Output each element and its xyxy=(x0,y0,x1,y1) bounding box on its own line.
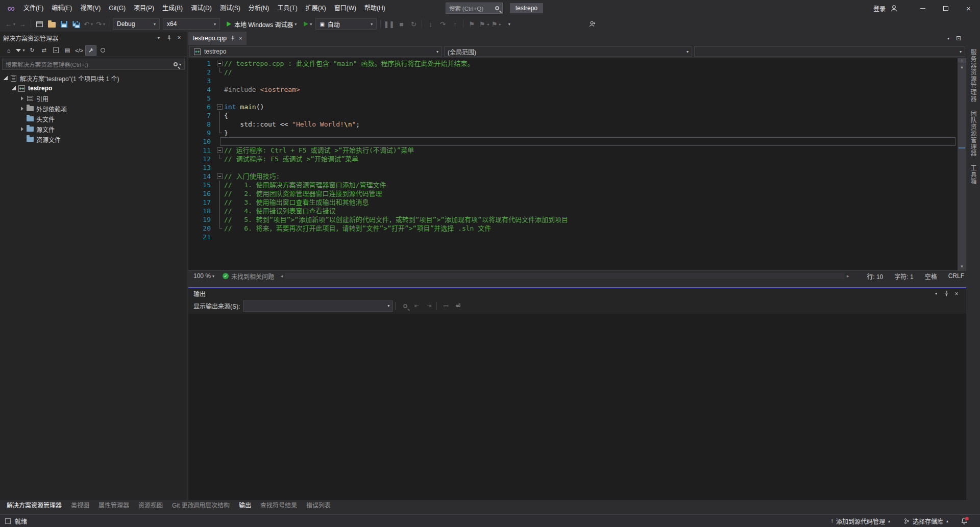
tree-expander-icon[interactable] xyxy=(18,107,26,111)
horizontal-scrollbar[interactable]: ◄ ► xyxy=(278,273,851,279)
add-to-source-control-button[interactable]: ↑ 添加到源代码管理 ▴ xyxy=(830,517,890,525)
bookmark-toggle-icon[interactable]: ⚑ xyxy=(466,18,477,30)
scrollbar-track[interactable] xyxy=(958,70,966,263)
horizontal-splitter[interactable] xyxy=(188,282,966,287)
menu-item-9[interactable]: 分析(N) xyxy=(244,0,274,16)
fold-margin[interactable] xyxy=(215,59,224,68)
collapse-region-icon[interactable] xyxy=(217,173,223,179)
menu-item-10[interactable]: 工具(T) xyxy=(273,0,301,16)
eol-indicator[interactable]: CRLF xyxy=(948,272,964,280)
fold-margin[interactable] xyxy=(215,146,224,155)
home-icon[interactable]: ⌂ xyxy=(3,45,14,56)
bottom-dock-tab-3[interactable]: 查找符号结果 xyxy=(256,500,302,511)
filter-icon[interactable]: ▾ xyxy=(15,45,26,56)
watch-mode-dropdown[interactable]: ▣ 自动▾ xyxy=(315,18,377,30)
clear-all-icon[interactable]: ▭ xyxy=(440,301,451,311)
notifications-button[interactable] xyxy=(961,517,968,524)
collapse-region-icon[interactable] xyxy=(217,147,223,153)
bottom-dock-tab-2[interactable]: 输出 xyxy=(234,500,256,511)
window-position-icon[interactable]: ▾ xyxy=(932,289,941,298)
output-source-dropdown[interactable]: ▾ xyxy=(243,300,393,312)
view-code-icon[interactable]: </> xyxy=(74,45,85,56)
show-all-files-icon[interactable]: ▤ xyxy=(62,45,73,56)
open-file-icon[interactable] xyxy=(46,18,57,30)
close-panel-icon[interactable]: × xyxy=(952,289,961,298)
scroll-down-icon[interactable]: ▼ xyxy=(958,263,966,270)
menu-item-6[interactable]: 生成(B) xyxy=(158,0,187,16)
word-wrap-icon[interactable]: ⏎ xyxy=(452,301,463,311)
background-tasks-icon[interactable] xyxy=(5,518,11,524)
quick-search-box[interactable]: 搜索 (Ctrl+Q) xyxy=(446,3,503,14)
horizontal-scrollbar-track[interactable] xyxy=(285,273,844,279)
step-into-icon[interactable]: ↓ xyxy=(425,18,436,30)
autohide-tab-3[interactable]: 工具箱 xyxy=(969,165,977,185)
start-without-debugging-icon[interactable]: ▾ xyxy=(302,18,313,30)
live-share-icon[interactable] xyxy=(586,18,598,30)
menu-item-11[interactable]: 扩展(X) xyxy=(302,0,330,16)
pin-icon[interactable] xyxy=(942,289,951,298)
scroll-left-icon[interactable]: ◄ xyxy=(278,274,285,279)
menu-item-2[interactable]: 编辑(E) xyxy=(47,0,76,16)
tree-item-1[interactable]: 解决方案"testrepo"(1 个项目/共 1 个) xyxy=(0,73,187,83)
tree-expander-icon[interactable] xyxy=(10,86,17,90)
menu-item-4[interactable]: Git(G) xyxy=(105,0,130,16)
zoom-dropdown[interactable]: 100 %▾ xyxy=(190,272,217,280)
refresh-icon[interactable]: ↻ xyxy=(27,45,38,56)
find-message-icon[interactable] xyxy=(399,301,410,311)
menu-item-7[interactable]: 调试(D) xyxy=(187,0,216,16)
left-dock-tab-4[interactable]: 资源视图 xyxy=(134,500,167,511)
document-health-indicator[interactable]: ✓ 未找到相关问题 xyxy=(223,272,274,281)
sign-in-button[interactable]: 登录 xyxy=(873,4,886,13)
menu-item-12[interactable]: 窗口(W) xyxy=(330,0,360,16)
left-dock-tab-1[interactable]: 解决方案资源管理器 xyxy=(2,500,66,511)
bottom-dock-tab-4[interactable]: 错误列表 xyxy=(302,500,335,511)
properties-wrench-icon[interactable] xyxy=(85,45,96,56)
member-scope-dropdown[interactable]: ▾ xyxy=(694,46,965,57)
column-indicator[interactable]: 字符: 1 xyxy=(894,272,913,281)
close-button[interactable]: × xyxy=(957,0,980,16)
close-panel-icon[interactable]: × xyxy=(175,33,184,42)
tree-expander-icon[interactable] xyxy=(2,76,9,80)
tree-expander-icon[interactable] xyxy=(18,127,26,131)
solution-name-chip[interactable]: testrepo xyxy=(510,3,543,13)
toolbar-overflow-icon[interactable]: ▾ xyxy=(503,18,514,30)
preview-selected-items-icon[interactable] xyxy=(97,45,108,56)
project-scope-dropdown[interactable]: ++ testrepo ▾ xyxy=(189,46,442,57)
scroll-up-icon[interactable]: ▲ xyxy=(958,63,966,70)
select-repository-button[interactable]: 选择存储库 ▴ xyxy=(903,517,948,525)
solution-configuration-dropdown[interactable]: Debug▾ xyxy=(113,18,160,30)
collapse-region-icon[interactable] xyxy=(217,61,223,66)
autohide-tab-1[interactable]: 服务器资源管理器 xyxy=(969,49,977,102)
vertical-scrollbar[interactable]: ＋ ▲ ▼ xyxy=(958,58,966,270)
step-out-icon[interactable]: ↑ xyxy=(449,18,460,30)
navigate-back-icon[interactable]: ←▾ xyxy=(5,18,16,30)
restart-icon[interactable]: ↻ xyxy=(408,18,419,30)
float-window-icon[interactable]: ⊡ xyxy=(954,34,963,43)
close-tab-icon[interactable]: × xyxy=(239,35,242,41)
autohide-tab-2[interactable]: 团队资源管理器 xyxy=(969,110,977,157)
left-dock-tab-2[interactable]: 类视图 xyxy=(66,500,94,511)
split-editor-grip[interactable]: ＋ xyxy=(958,58,966,63)
tree-item-5[interactable]: 头文件 xyxy=(0,114,187,124)
line-indicator[interactable]: 行: 10 xyxy=(867,272,883,281)
next-bookmark-icon[interactable]: ⚑▸ xyxy=(491,18,502,30)
stop-debugging-icon[interactable]: ■ xyxy=(396,18,407,30)
code-area[interactable]: 1// testrepo.cpp : 此文件包含 "main" 函数。程序执行将… xyxy=(188,58,958,270)
active-files-dropdown-icon[interactable]: ▾ xyxy=(944,34,953,43)
tree-item-6[interactable]: 源文件 xyxy=(0,124,187,134)
spaces-indicator[interactable]: 空格 xyxy=(925,272,937,281)
previous-bookmark-icon[interactable]: ⚑◂ xyxy=(478,18,489,30)
fold-margin[interactable] xyxy=(215,172,224,181)
fold-margin[interactable] xyxy=(215,103,224,111)
undo-icon[interactable]: ↶▾ xyxy=(83,18,94,30)
pin-tab-icon[interactable] xyxy=(230,36,235,41)
maximize-button[interactable] xyxy=(934,0,957,16)
bottom-dock-tab-1[interactable]: 调用层次结构 xyxy=(188,500,234,511)
next-message-icon[interactable]: ⇥ xyxy=(423,301,434,311)
tree-item-7[interactable]: 资源文件 xyxy=(0,134,187,144)
solution-platform-dropdown[interactable]: x64▾ xyxy=(163,18,220,30)
navigate-forward-icon[interactable]: → xyxy=(17,18,28,30)
document-tab[interactable]: testrepo.cpp × xyxy=(188,32,247,45)
collapse-region-icon[interactable] xyxy=(217,104,223,110)
collapse-all-icon[interactable] xyxy=(50,45,61,56)
